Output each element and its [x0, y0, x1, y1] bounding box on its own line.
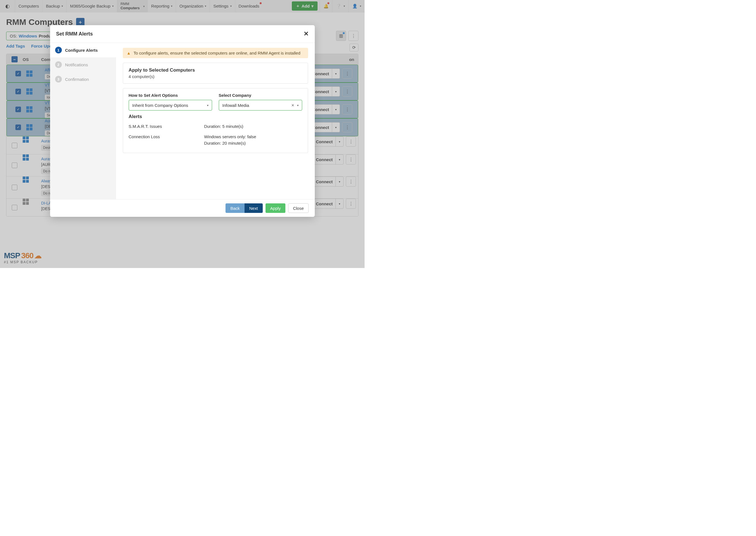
- step-configure-alerts[interactable]: 1Configure Alerts: [50, 43, 117, 57]
- alert-detail: Windows servers only: false: [204, 134, 302, 139]
- close-icon[interactable]: ✕: [304, 30, 309, 38]
- alert-row: Connection LossWindows servers only: fal…: [129, 131, 302, 148]
- warning-banner: ▲ To configure alerts, ensure the select…: [123, 48, 308, 58]
- modal-title: Set RMM Alerts: [56, 31, 93, 37]
- alert-row: S.M.A.R.T. IssuesDuration: 5 minute(s): [129, 121, 302, 131]
- set-rmm-alerts-modal: Set RMM Alerts ✕ 1Configure Alerts 2Noti…: [50, 25, 315, 217]
- next-button[interactable]: Next: [245, 203, 263, 213]
- alerts-heading: Alerts: [129, 114, 302, 119]
- back-button[interactable]: Back: [225, 203, 244, 213]
- company-label: Select Company: [219, 93, 302, 98]
- wizard-steps: 1Configure Alerts 2Notifications 3Confir…: [50, 43, 116, 199]
- apply-panel: Apply to Selected Computers 4 computer(s…: [123, 63, 308, 84]
- alert-detail: Duration: 20 minute(s): [204, 141, 302, 146]
- clear-icon[interactable]: ✕: [291, 103, 294, 107]
- company-select[interactable]: Infowall Media ✕ ▾: [219, 100, 302, 111]
- alert-name: S.M.A.R.T. Issues: [129, 124, 204, 129]
- config-panel: How to Set Alert Options Inherit from Co…: [123, 88, 308, 153]
- modal-overlay: Set RMM Alerts ✕ 1Configure Alerts 2Noti…: [0, 0, 364, 268]
- how-label: How to Set Alert Options: [129, 93, 212, 98]
- how-select[interactable]: Inherit from Company Options▾: [129, 100, 212, 111]
- warning-icon: ▲: [127, 50, 131, 55]
- alert-name: Connection Loss: [129, 134, 204, 146]
- chevron-down-icon: ▾: [207, 104, 208, 107]
- chevron-down-icon: ▾: [297, 104, 298, 107]
- step-notifications[interactable]: 2Notifications: [50, 57, 116, 72]
- close-button[interactable]: Close: [288, 203, 308, 213]
- step-confirmation[interactable]: 3Confirmation: [50, 72, 116, 86]
- apply-button[interactable]: Apply: [265, 203, 286, 213]
- alert-detail: Duration: 5 minute(s): [204, 124, 302, 129]
